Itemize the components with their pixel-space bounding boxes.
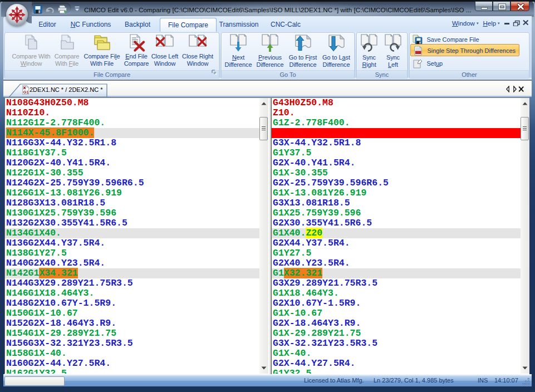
svg-text:G1: G1	[23, 90, 29, 95]
